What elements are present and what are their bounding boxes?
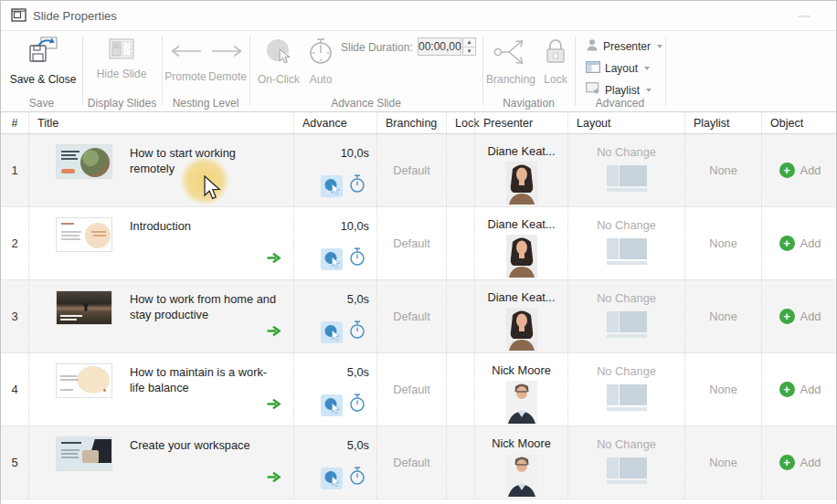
slides-table: # Title Advance Branching Lock Presenter… [1, 112, 836, 503]
save-close-icon [26, 36, 59, 70]
slide-title[interactable]: How to work from home and stay productiv… [130, 291, 279, 323]
add-label: Add [800, 456, 821, 469]
on-click-icon[interactable] [321, 467, 343, 489]
auto-ribbon-label: Auto [310, 73, 333, 86]
slide-duration-input[interactable]: 00:00,00 [418, 37, 461, 56]
layout-value: No Change [597, 364, 656, 378]
playlist-cell[interactable]: None [684, 426, 761, 499]
slide-thumbnail[interactable] [56, 217, 112, 252]
auto-timer-icon[interactable] [349, 174, 366, 197]
group-label-advance-slide: Advance Slide [249, 97, 482, 110]
on-click-ribbon-button[interactable]: On-Click [257, 37, 301, 86]
row-number: 4 [1, 353, 28, 425]
table-row[interactable]: 4 How to maintain is a work-life balance… [1, 353, 836, 426]
slide-title[interactable]: Create your workspace [130, 437, 279, 453]
row-number: 5 [1, 426, 28, 499]
branching-cell[interactable]: Default [376, 280, 446, 352]
add-label: Add [800, 236, 821, 250]
slide-title[interactable]: How to maintain is a work-life balance [130, 364, 279, 396]
slide-thumbnail[interactable] [56, 290, 112, 325]
hide-slide-icon [108, 37, 135, 65]
promote-button[interactable]: Promote [164, 44, 207, 83]
layout-thumbnail-icon [607, 165, 647, 192]
table-row[interactable]: 5 Create your workspace 5,0s Default Nic… [1, 426, 836, 499]
presenter-dropdown-button[interactable]: Presenter [586, 37, 662, 56]
next-row-partial [1, 499, 836, 504]
add-object-button[interactable]: +Add [779, 236, 821, 251]
on-click-icon[interactable] [321, 321, 343, 343]
hide-slide-button[interactable]: Hide Slide [89, 37, 154, 80]
auto-timer-icon[interactable] [349, 320, 366, 343]
add-label: Add [800, 383, 821, 396]
playlist-cell[interactable]: None [684, 207, 761, 279]
header-layout: Layout [567, 112, 684, 133]
playlist-cell[interactable]: None [684, 353, 761, 425]
layout-cell[interactable]: No Change [567, 426, 684, 499]
demote-label: Demote [208, 70, 247, 83]
layout-thumbnail-icon [607, 384, 647, 411]
plus-icon: + [779, 236, 795, 251]
slide-thumbnail[interactable] [56, 363, 112, 398]
layout-cell[interactable]: No Change [567, 280, 684, 352]
playlist-value: None [709, 383, 737, 396]
add-object-button[interactable]: +Add [779, 163, 821, 178]
presenter-cell[interactable]: Diane Keat... [474, 207, 567, 279]
demote-button[interactable]: Demote [207, 44, 249, 83]
auto-timer-icon[interactable] [349, 467, 366, 489]
presenter-cell[interactable]: Nick Moore [474, 426, 567, 499]
on-click-icon[interactable] [321, 175, 343, 197]
add-object-button[interactable]: +Add [779, 382, 821, 397]
stepper-up-icon[interactable]: ▲ [463, 38, 475, 47]
add-object-button[interactable]: +Add [779, 455, 821, 470]
layout-dropdown-button[interactable]: Layout [586, 59, 650, 78]
slide-properties-window: Slide Properties Save & Close S [0, 0, 837, 504]
lock-cell [446, 280, 474, 352]
slide-duration-label: Slide Duration: [341, 41, 413, 54]
slide-duration-stepper[interactable]: ▲ ▼ [462, 37, 476, 56]
presenter-photo [506, 454, 537, 497]
lock-button[interactable]: Lock [540, 37, 571, 86]
object-cell: +Add [761, 134, 837, 206]
layout-cell[interactable]: No Change [567, 207, 684, 279]
on-click-icon[interactable] [321, 248, 343, 270]
header-object: Object [761, 112, 837, 133]
on-click-icon[interactable] [321, 394, 343, 416]
branching-cell[interactable]: Default [376, 426, 446, 499]
layout-cell[interactable]: No Change [567, 134, 684, 206]
layout-thumbnail-icon [607, 311, 647, 338]
slide-title[interactable]: How to start working remotely [130, 145, 279, 177]
playlist-cell[interactable]: None [684, 134, 761, 206]
auto-timer-icon[interactable] [349, 247, 366, 270]
header-title: Title [28, 112, 293, 133]
branching-cell[interactable]: Default [376, 134, 446, 206]
branching-button[interactable]: Branching [483, 37, 538, 86]
slide-thumbnail[interactable] [56, 436, 112, 471]
plus-icon: + [779, 163, 795, 178]
branching-cell[interactable]: Default [376, 207, 446, 279]
table-header-row: # Title Advance Branching Lock Presenter… [1, 112, 836, 134]
layout-value: No Change [597, 437, 656, 451]
presenter-cell[interactable]: Diane Keat... [474, 134, 567, 206]
auto-ribbon-button[interactable]: Auto [302, 37, 339, 86]
auto-timer-icon[interactable] [349, 394, 366, 416]
playlist-value: None [709, 456, 737, 469]
add-object-button[interactable]: +Add [779, 309, 821, 324]
table-row[interactable]: 3 How to work from home and stay product… [1, 280, 836, 353]
presenter-name: Nick Moore [492, 363, 551, 377]
stepper-down-icon[interactable]: ▼ [463, 47, 475, 56]
presenter-cell[interactable]: Nick Moore [474, 353, 567, 425]
presenter-cell[interactable]: Diane Keat... [474, 280, 567, 352]
layout-cell[interactable]: No Change [567, 353, 684, 425]
playlist-cell[interactable]: None [684, 280, 761, 352]
slide-thumbnail[interactable] [56, 144, 112, 179]
table-row[interactable]: 2 Introduction 10,0s Default Diane Keat.… [1, 207, 836, 280]
minimize-icon[interactable] [799, 16, 811, 17]
group-label-navigation: Navigation [482, 97, 575, 110]
ribbon: Save & Close Save Hide Slide Display Sli… [1, 31, 836, 112]
table-row[interactable]: 1 How to start working remotely 10,0s De… [1, 134, 836, 207]
branching-cell[interactable]: Default [376, 353, 446, 425]
row-number: 3 [1, 280, 28, 352]
save-close-button[interactable]: Save & Close [6, 36, 79, 86]
slide-title[interactable]: Introduction [130, 218, 279, 234]
group-divider [82, 37, 83, 106]
